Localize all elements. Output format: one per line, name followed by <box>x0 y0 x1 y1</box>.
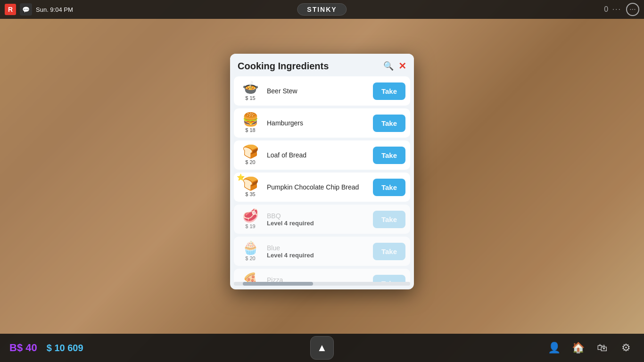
list-item-hamburgers: 🍔$ 18HamburgersTake <box>234 108 410 138</box>
item-name-area-bbq: BBQLevel 4 required <box>267 212 368 227</box>
cooking-ingredients-modal: Cooking Ingredients 🔍 ✕ 🍲$ 15Beer StewTa… <box>230 54 414 289</box>
list-item-blue: 🧁$ 20BlueLevel 4 requiredTake <box>234 237 410 266</box>
modal-title: Cooking Ingredients <box>238 61 329 72</box>
item-price-hamburgers: $ 18 <box>245 127 255 133</box>
search-icon[interactable]: 🔍 <box>383 61 394 71</box>
item-icon-area-loaf-of-bread: 🍞$ 20 <box>239 143 262 167</box>
item-name-area-pizza: PizzaLevel 4 required <box>267 276 368 282</box>
list-item-pizza: 🍕$ 24PizzaLevel 4 requiredTake <box>234 269 410 282</box>
item-emoji-pizza: 🍕 <box>242 273 259 282</box>
item-emoji-bbq: 🥩 <box>242 209 259 222</box>
take-button-pumpkin-choc-bread[interactable]: Take <box>373 179 405 196</box>
item-price-blue: $ 20 <box>245 255 255 261</box>
item-name-area-blue: BlueLevel 4 required <box>267 244 368 259</box>
take-button-blue: Take <box>373 243 405 260</box>
scrollbar <box>234 282 410 286</box>
item-name-area-hamburgers: Hamburgers <box>267 119 368 127</box>
item-name-bbq: BBQ <box>267 212 368 220</box>
item-icon-area-pumpkin-choc-bread: ⭐🍞$ 35 <box>239 175 262 199</box>
item-name-area-beer-stew: Beer Stew <box>267 87 368 95</box>
item-icon-area-beer-stew: 🍲$ 15 <box>239 79 262 103</box>
item-emoji-blue: 🧁 <box>242 241 259 255</box>
take-button-beer-stew[interactable]: Take <box>373 82 405 100</box>
modal-header: Cooking Ingredients 🔍 ✕ <box>230 54 414 76</box>
item-name-pizza: Pizza <box>267 276 368 282</box>
item-name-area-loaf-of-bread: Loaf of Bread <box>267 151 368 159</box>
modal-header-icons: 🔍 ✕ <box>383 60 406 72</box>
item-emoji-beer-stew: 🍲 <box>242 81 259 94</box>
ingredients-list: 🍲$ 15Beer StewTake🍔$ 18HamburgersTake🍞$ … <box>230 76 414 282</box>
close-button[interactable]: ✕ <box>398 60 406 72</box>
item-name-blue: Blue <box>267 244 368 252</box>
take-button-loaf-of-bread[interactable]: Take <box>373 147 405 164</box>
level-badge-blue: Level 4 required <box>267 252 368 259</box>
item-name-area-pumpkin-choc-bread: Pumpkin Chocolate Chip Bread <box>267 183 368 191</box>
star-badge-pumpkin-choc-bread: ⭐ <box>237 173 245 181</box>
item-name-beer-stew: Beer Stew <box>267 87 368 95</box>
item-price-bbq: $ 19 <box>245 223 255 229</box>
list-item-loaf-of-bread: 🍞$ 20Loaf of BreadTake <box>234 140 410 170</box>
item-name-pumpkin-choc-bread: Pumpkin Chocolate Chip Bread <box>267 183 368 191</box>
take-button-pizza: Take <box>373 275 405 282</box>
list-item-beer-stew: 🍲$ 15Beer StewTake <box>234 76 410 106</box>
item-emoji-loaf-of-bread: 🍞 <box>242 145 259 158</box>
level-badge-bbq: Level 4 required <box>267 220 368 227</box>
item-price-loaf-of-bread: $ 20 <box>245 159 255 165</box>
item-name-loaf-of-bread: Loaf of Bread <box>267 151 368 159</box>
scrollbar-thumb <box>243 282 314 286</box>
item-icon-area-blue: 🧁$ 20 <box>239 239 262 263</box>
modal-overlay: Cooking Ingredients 🔍 ✕ 🍲$ 15Beer StewTa… <box>0 0 644 362</box>
item-icon-area-hamburgers: 🍔$ 18 <box>239 111 262 135</box>
take-button-hamburgers[interactable]: Take <box>373 115 405 132</box>
take-button-bbq: Take <box>373 211 405 228</box>
item-price-beer-stew: $ 15 <box>245 95 255 101</box>
item-price-pumpkin-choc-bread: $ 35 <box>245 191 255 197</box>
list-item-bbq: 🥩$ 19BBQLevel 4 requiredTake <box>234 205 410 234</box>
item-icon-area-pizza: 🍕$ 24 <box>239 272 262 282</box>
list-item-pumpkin-choc-bread: ⭐🍞$ 35Pumpkin Chocolate Chip BreadTake <box>234 173 410 202</box>
item-name-hamburgers: Hamburgers <box>267 119 368 127</box>
item-emoji-hamburgers: 🍔 <box>242 113 259 126</box>
item-icon-area-bbq: 🥩$ 19 <box>239 207 262 231</box>
